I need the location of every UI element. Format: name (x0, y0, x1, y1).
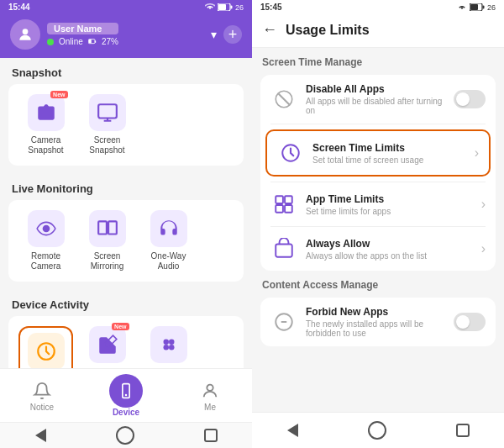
svg-rect-20 (482, 6, 484, 9)
section-content-access: Content Access Manage Forbid New Apps Th… (260, 279, 496, 346)
dropdown-icon[interactable]: ▾ (211, 28, 217, 41)
screen-snapshot-label: Screen Snapshot (80, 135, 134, 155)
screen-mirroring-item[interactable]: Screen Mirroring (80, 210, 134, 271)
app-list-icon-box (150, 326, 187, 363)
add-icon[interactable]: + (223, 25, 242, 44)
left-battery: 26 (235, 3, 244, 12)
right-battery-icon (470, 3, 485, 11)
svg-point-13 (169, 340, 175, 345)
content-access-card: Forbid New Apps The newly installed apps… (260, 298, 496, 346)
screen-icon (97, 102, 118, 124)
screen-mirroring-icon-box (89, 210, 126, 247)
forbid-new-apps-title: Forbid New Apps (306, 306, 454, 318)
usage-limits-icon-box (28, 333, 65, 370)
svg-rect-26 (285, 196, 292, 203)
right-content: Screen Time Manage Disable All Apps All … (252, 48, 504, 448)
camera-snapshot-item[interactable]: New Camera Snapshot (18, 94, 73, 155)
forbid-new-apps-desc: The newly installed apps will be forbidd… (306, 319, 454, 338)
right-header: ← Usage Limits (252, 14, 504, 48)
one-way-audio-icon-box (150, 210, 187, 247)
section-live-monitoring: Live Monitoring Remote Camera (0, 174, 252, 282)
screen-time-limits-icon (277, 140, 304, 166)
nav-device[interactable]: Device (84, 369, 168, 422)
right-battery: 26 (487, 3, 496, 12)
device-activity-title: Device Activity (0, 290, 252, 316)
content-access-title: Content Access Manage (260, 279, 496, 291)
screen-time-section-title: Screen Time Manage (260, 56, 496, 68)
avatar (10, 19, 40, 50)
back-button-right[interactable] (287, 424, 298, 437)
svg-rect-21 (470, 4, 478, 10)
keyword-detection-icon-box: New (89, 326, 126, 363)
online-status: Online (59, 37, 83, 46)
home-button-right[interactable] (368, 421, 386, 440)
screen-time-limits-title: Screen Time Limits (312, 142, 475, 154)
disable-all-title: Disable All Apps (306, 83, 454, 95)
svg-point-3 (23, 29, 29, 34)
notice-icon (30, 379, 54, 403)
svg-point-15 (169, 345, 175, 350)
screen-mirroring-label: Screen Mirroring (80, 251, 134, 271)
nav-me-label: Me (204, 403, 216, 412)
online-indicator (47, 39, 54, 45)
always-allow-row[interactable]: Always Allow Always allow the apps on th… (260, 227, 496, 271)
always-allow-chevron: › (481, 241, 486, 256)
home-button-left[interactable] (116, 426, 134, 445)
back-button-left[interactable] (35, 429, 46, 442)
nav-me[interactable]: Me (168, 374, 252, 417)
recents-button-left[interactable] (204, 429, 218, 442)
right-time: 15:45 (260, 3, 282, 12)
remote-camera-item[interactable]: Remote Camera (18, 210, 73, 271)
svg-rect-9 (98, 221, 107, 234)
disable-all-toggle[interactable] (454, 90, 486, 108)
camera-snapshot-icon-box: New (28, 94, 65, 131)
battery-icon-left (218, 3, 233, 11)
svg-rect-28 (285, 205, 292, 213)
screen-mirroring-icon (97, 218, 118, 240)
always-allow-desc: Always allow the apps on the list (306, 251, 481, 261)
remote-camera-icon-box (28, 210, 65, 247)
nav-notice[interactable]: Notice (0, 374, 84, 417)
snapshot-title: Snapshot (0, 58, 252, 84)
disable-all-icon (270, 86, 297, 113)
app-time-limits-row[interactable]: App Time Limits Set time limits for apps… (260, 182, 496, 226)
headphone-icon (158, 218, 180, 240)
right-panel: 15:45 26 ← Usage Limits Screen Time Mana… (252, 0, 504, 448)
section-snapshot: Snapshot New Camera Snapshot (0, 58, 252, 166)
camera-icon (35, 102, 57, 124)
screen-snapshot-item[interactable]: Screen Snapshot (80, 94, 134, 155)
screen-time-limits-chevron: › (475, 145, 479, 161)
page-title: Usage Limits (286, 23, 370, 38)
app-time-limits-chevron: › (481, 197, 486, 212)
forbid-new-toggle[interactable] (454, 313, 486, 331)
recents-button-right[interactable] (456, 424, 470, 437)
always-allow-icon (270, 235, 297, 262)
snapshot-card: New Camera Snapshot Screen Snapshot (8, 84, 244, 166)
svg-rect-5 (95, 40, 96, 43)
nav-device-label: Device (113, 408, 139, 417)
disable-all-apps-row[interactable]: Disable All Apps All apps will be disabl… (260, 75, 496, 124)
new-badge-camera: New (50, 91, 67, 98)
svg-rect-7 (98, 104, 117, 118)
usage-limits-icon (35, 340, 57, 362)
screen-time-limits-row[interactable]: Screen Time Limits Set total time of scr… (265, 129, 491, 177)
one-way-audio-item[interactable]: One-Way Audio (141, 210, 196, 271)
battery-sm-icon (88, 38, 97, 46)
live-monitoring-title: Live Monitoring (0, 174, 252, 200)
app-time-limits-desc: Set time limits for apps (306, 207, 481, 216)
forbid-new-apps-row[interactable]: Forbid New Apps The newly installed apps… (260, 298, 496, 346)
left-bottom-nav: Notice Device Me (0, 369, 252, 422)
left-panel: 15:44 26 User Name Online 27% ▾ (0, 0, 252, 448)
me-icon (198, 379, 222, 403)
section-screen-time: Screen Time Manage Disable All Apps All … (260, 56, 496, 271)
forbid-new-apps-icon (270, 308, 297, 335)
svg-rect-6 (89, 40, 92, 43)
svg-rect-27 (276, 205, 283, 213)
camera-snapshot-label: Camera Snapshot (18, 135, 73, 155)
svg-point-12 (163, 340, 169, 345)
back-button[interactable]: ← (262, 21, 277, 39)
svg-rect-25 (276, 196, 283, 203)
battery-percent: 27% (102, 37, 118, 46)
svg-point-18 (207, 385, 213, 391)
right-wifi-icon (457, 3, 467, 11)
